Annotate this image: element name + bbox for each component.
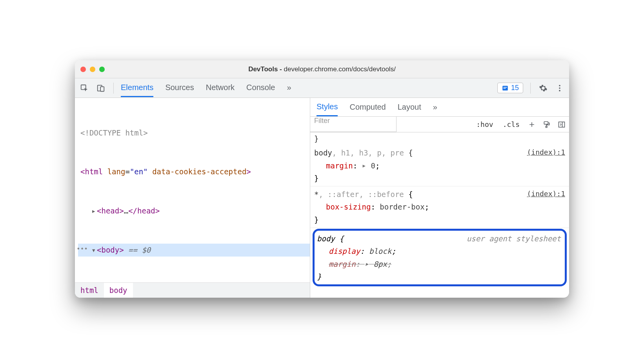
main-toolbar: Elements Sources Network Console » 15	[75, 78, 569, 98]
body-line-selected[interactable]: •••▾<body> == $0	[78, 244, 310, 257]
rule-source-link[interactable]: (index):1	[527, 188, 565, 200]
user-agent-rule-highlighted[interactable]: user agent stylesheet body { display: bl…	[313, 229, 567, 286]
dom-tree[interactable]: <!DOCTYPE html> <html lang="en" data-coo…	[75, 98, 310, 282]
rule-universal[interactable]: (index):1 *, ::after, ::before { box-siz…	[310, 186, 569, 228]
inspect-icon[interactable]	[79, 83, 90, 94]
traffic-lights	[80, 67, 105, 72]
fullscreen-icon[interactable]	[99, 67, 105, 72]
sidebar-tabs: Styles Computed Layout »	[310, 98, 569, 117]
elements-panel: <!DOCTYPE html> <html lang="en" data-coo…	[75, 98, 310, 298]
sidebar-toggle-icon[interactable]	[557, 119, 567, 130]
gear-icon[interactable]	[538, 83, 549, 94]
tab-elements[interactable]: Elements	[121, 79, 153, 97]
crumb-body[interactable]: body	[104, 283, 133, 298]
minimize-icon[interactable]	[90, 67, 95, 72]
crumb-html[interactable]: html	[75, 283, 104, 298]
cls-toggle[interactable]: .cls	[498, 120, 524, 128]
paint-icon[interactable]	[542, 119, 552, 130]
tab-sources[interactable]: Sources	[165, 79, 194, 97]
new-rule-icon[interactable]	[527, 119, 537, 130]
panel-tabs: Elements Sources Network Console »	[121, 79, 291, 97]
issues-count: 15	[511, 84, 519, 92]
devtools-window: DevTools - developer.chrome.com/docs/dev…	[75, 60, 569, 298]
ua-source-label: user agent stylesheet	[467, 232, 561, 245]
separator	[530, 83, 531, 94]
doctype-line: <!DOCTYPE html>	[78, 127, 310, 139]
filter-input[interactable]: Filter	[310, 117, 397, 132]
more-tabs-icon[interactable]: »	[433, 99, 437, 116]
svg-point-7	[559, 87, 560, 89]
tab-computed[interactable]: Computed	[349, 99, 386, 116]
svg-point-6	[559, 85, 560, 86]
svg-rect-4	[503, 87, 507, 88]
svg-rect-9	[544, 121, 548, 124]
tab-console[interactable]: Console	[246, 79, 275, 97]
kebab-icon[interactable]	[554, 83, 565, 94]
filter-bar: Filter :hov .cls	[310, 117, 569, 132]
close-icon[interactable]	[80, 67, 86, 72]
separator	[113, 83, 114, 94]
tab-layout[interactable]: Layout	[398, 99, 421, 116]
head-line[interactable]: ▸<head>…</head>	[78, 204, 310, 217]
rule-body-group[interactable]: (index):1 body, h1, h3, p, pre { margin:…	[310, 145, 569, 186]
style-rules: } (index):1 body, h1, h3, p, pre { margi…	[310, 132, 569, 298]
svg-rect-11	[559, 122, 565, 127]
more-tabs-icon[interactable]: »	[287, 79, 291, 97]
tab-styles[interactable]: Styles	[317, 98, 338, 116]
hov-toggle[interactable]: :hov	[471, 120, 498, 128]
styles-sidebar: Styles Computed Layout » Filter :hov .cl…	[310, 98, 569, 298]
rule-source-link[interactable]: (index):1	[527, 146, 565, 159]
svg-rect-5	[503, 88, 506, 89]
svg-rect-10	[546, 126, 547, 127]
main-area: <!DOCTYPE html> <html lang="en" data-coo…	[75, 98, 569, 298]
svg-rect-2	[100, 87, 104, 91]
svg-point-8	[559, 90, 560, 91]
issues-badge[interactable]: 15	[497, 83, 523, 93]
breadcrumb: html body	[75, 282, 310, 298]
device-toggle-icon[interactable]	[95, 83, 106, 94]
html-open-line[interactable]: <html lang="en" data-cookies-accepted>	[78, 165, 310, 178]
titlebar: DevTools - developer.chrome.com/docs/dev…	[75, 60, 569, 78]
window-title: DevTools - developer.chrome.com/docs/dev…	[75, 65, 569, 73]
tab-network[interactable]: Network	[206, 79, 235, 97]
